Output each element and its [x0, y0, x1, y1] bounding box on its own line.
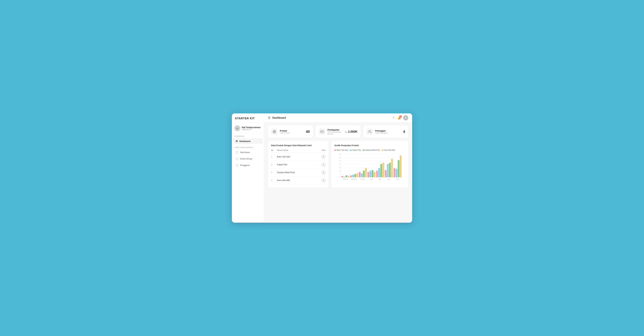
- avatar: ●: [234, 125, 240, 131]
- pelanggan-title: Pelanggan: [375, 130, 401, 132]
- chart-legend: Buku Tulis SiduPulpen PilotShampo Metal …: [334, 149, 405, 151]
- svg-text:30: 30: [339, 157, 340, 158]
- svg-rect-40: [376, 171, 378, 177]
- notification-button[interactable]: 🔔 5: [398, 116, 401, 120]
- svg-text:0: 0: [340, 177, 340, 178]
- svg-rect-22: [346, 175, 348, 177]
- col-nama: Nama Produk: [277, 149, 317, 153]
- dark-mode-button[interactable]: ☾: [393, 116, 395, 120]
- svg-rect-27: [354, 174, 356, 177]
- user-avatar-button[interactable]: ●: [403, 115, 408, 120]
- sidebar-item-dashboard[interactable]: ⊞ Dashboard: [233, 138, 262, 144]
- svg-text:20: 20: [339, 164, 340, 165]
- pendapatan-title: Pendapatan: [328, 129, 342, 131]
- currency-label: Rp: [345, 131, 348, 133]
- notification-badge: 5: [399, 115, 402, 118]
- sidebar-user: ● Rafi Taufiqurrahman raf@dev.com: [232, 123, 264, 133]
- svg-text:5: 5: [340, 173, 340, 175]
- menu-icon[interactable]: ☰: [268, 116, 270, 120]
- cell-stok: 5: [317, 153, 326, 161]
- sidebar: STARTER KIT ● Rafi Taufiqurrahman raf@de…: [232, 113, 264, 223]
- chevron-down-icon: ⌄: [258, 164, 260, 166]
- svg-text:May: May: [379, 178, 382, 180]
- legend-color: [382, 150, 384, 151]
- legend-label: Shampo Metal Fortis: [365, 149, 380, 151]
- app-logo: STARTER KIT: [232, 113, 264, 123]
- cell-stok: 4: [317, 176, 326, 184]
- svg-rect-33: [365, 168, 367, 177]
- legend-color: [362, 150, 364, 151]
- table-row: 1 Buku Tulis Sidu 5: [271, 153, 326, 161]
- topbar: ☰ Dashboard ☾ 🔔 5 ●: [264, 113, 412, 122]
- svg-rect-32: [363, 171, 365, 177]
- sidebar-item-label-dashboard: Dashboard: [240, 140, 250, 143]
- stok-badge: 4: [322, 178, 326, 182]
- dashboard-icon: ⊞: [236, 140, 238, 143]
- svg-text:June: June: [387, 178, 390, 180]
- product-table: No Nama Produk Stok 1 Buku Tulis Sidu 5 …: [271, 149, 326, 184]
- svg-rect-28: [356, 173, 358, 177]
- app-window: STARTER KIT ● Rafi Taufiqurrahman raf@de…: [232, 113, 412, 223]
- svg-rect-53: [400, 156, 402, 177]
- svg-rect-47: [389, 163, 391, 177]
- svg-rect-43: [382, 163, 384, 177]
- pendapatan-amount: 1.000K: [348, 130, 358, 133]
- svg-rect-46: [387, 164, 389, 177]
- legend-label: Pulpen Pilot: [352, 149, 361, 151]
- stok-badge: 3: [322, 163, 326, 167]
- legend-color: [334, 150, 336, 151]
- cell-stok: 3: [317, 161, 326, 169]
- table-panel: Data Produk Dengan Stok Dibawah Limit No…: [268, 141, 328, 188]
- main-content: ☰ Dashboard ☾ 🔔 5 ●: [264, 113, 412, 223]
- svg-rect-41: [378, 168, 380, 177]
- sidebar-item-akses-group[interactable]: ◯ Akses Group: [233, 156, 262, 162]
- legend-item: Susu Ultra Milk: [382, 149, 395, 151]
- svg-text:July: July: [396, 178, 399, 180]
- legend-item: Pulpen Pilot: [350, 149, 361, 151]
- produk-title: Produk: [280, 130, 304, 132]
- stok-badge: 2: [322, 170, 326, 174]
- svg-rect-50: [394, 168, 396, 177]
- svg-rect-35: [368, 172, 369, 177]
- pelanggan-info: Pelanggan Total Pelanggan: [375, 130, 401, 134]
- cell-no: 1: [271, 153, 277, 161]
- user-email: raf@dev.com: [242, 129, 260, 130]
- cell-no: 3: [271, 169, 277, 176]
- svg-rect-31: [361, 173, 363, 177]
- svg-rect-21: [344, 177, 345, 177]
- svg-rect-30: [359, 172, 361, 177]
- hak-akses-icon: ◯: [236, 151, 238, 154]
- sidebar-item-hak-akses[interactable]: ◯ Hak Akses: [233, 149, 262, 155]
- akses-group-icon: ◯: [236, 157, 238, 160]
- produk-subtitle: Total Produk: [280, 132, 304, 134]
- stok-badge: 5: [322, 155, 326, 159]
- pendapatan-value: Rp1.000K: [345, 130, 358, 134]
- user-management-section-label: USER MANAGEMENT: [232, 144, 264, 149]
- table-row: 3 Shampo Metal Fortis 2: [271, 169, 326, 176]
- chart-panel: Grafik Penjualan Produk Buku Tulis SiduP…: [331, 141, 408, 188]
- sidebar-item-label-hak-akses: Hak Akses: [240, 151, 250, 154]
- pelanggan-subtitle: Total Pelanggan: [375, 132, 401, 134]
- stat-card-pelanggan: Pelanggan Total Pelanggan 4: [363, 126, 408, 138]
- svg-rect-45: [385, 170, 387, 177]
- svg-rect-52: [398, 160, 400, 177]
- cell-nama: Susu Ultra Milk: [277, 176, 317, 184]
- sidebar-item-label-akses-group: Akses Group: [240, 158, 252, 160]
- panels: Data Produk Dengan Stok Dibawah Limit No…: [268, 141, 408, 188]
- table-row: 4 Susu Ultra Milk 4: [271, 176, 326, 184]
- sidebar-item-label-pengguna: Pengguna: [240, 164, 250, 167]
- svg-rect-26: [352, 175, 354, 177]
- svg-text:10: 10: [339, 170, 340, 171]
- sidebar-item-pengguna[interactable]: ◯ Pengguna ⌄: [233, 162, 262, 168]
- cell-no: 4: [271, 176, 277, 184]
- app-layout: STARTER KIT ● Rafi Taufiqurrahman raf@de…: [232, 113, 412, 223]
- cell-stok: 2: [317, 169, 326, 176]
- legend-item: Shampo Metal Fortis: [362, 149, 380, 151]
- pelanggan-value: 4: [403, 130, 405, 134]
- table-row: 2 Pulpen Pilot 3: [271, 161, 326, 169]
- pendapatan-info: Pendapatan Total Pendapatan Hari Ini: [328, 129, 342, 135]
- cell-nama: Pulpen Pilot: [277, 161, 317, 169]
- produk-info: Produk Total Produk: [280, 130, 304, 134]
- legend-item: Buku Tulis Sidu: [334, 149, 348, 151]
- produk-value: 40: [306, 130, 310, 134]
